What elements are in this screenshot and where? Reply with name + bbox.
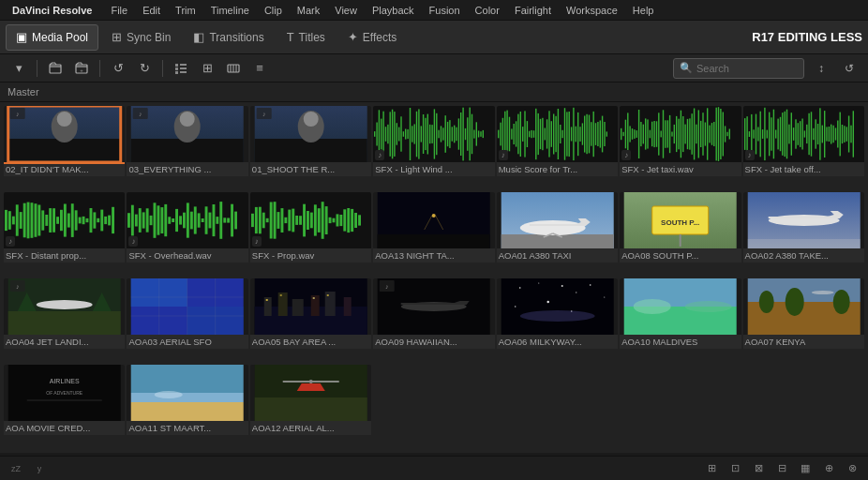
media-item[interactable]: ♪SFX - Light Wind ... xyxy=(373,106,494,190)
svg-rect-167 xyxy=(698,110,699,158)
svg-rect-3 xyxy=(175,64,178,67)
svg-rect-122 xyxy=(586,114,587,154)
svg-rect-311 xyxy=(322,202,324,239)
media-item[interactable]: AOA12 AERIAL AL... xyxy=(250,365,371,449)
titles-icon: T xyxy=(287,30,294,44)
view-grid-btn[interactable]: ⊞ xyxy=(196,58,218,79)
svg-rect-105 xyxy=(548,111,549,157)
menu-fairlight[interactable]: Fairlight xyxy=(508,3,558,18)
bottom-add[interactable]: ⊕ xyxy=(818,459,839,478)
menu-color[interactable]: Color xyxy=(469,3,506,18)
new-bin-btn[interactable]: + xyxy=(70,58,93,79)
media-item[interactable]: ♪SFX - Distant prop... xyxy=(4,192,125,277)
media-item[interactable]: AIRLINES OF ADVENTURE AOA MOVIE CRED... xyxy=(4,365,125,449)
svg-rect-226 xyxy=(841,125,842,143)
menu-file[interactable]: File xyxy=(104,3,134,18)
menu-view[interactable]: View xyxy=(328,3,364,18)
menu-timeline[interactable]: Timeline xyxy=(204,3,256,18)
bottom-grid-4[interactable]: ⊟ xyxy=(771,459,792,478)
bottom-zoom[interactable]: zZ xyxy=(6,459,26,478)
menu-fusion[interactable]: Fusion xyxy=(423,3,467,18)
menu-mark[interactable]: Mark xyxy=(291,3,326,18)
media-item[interactable]: AOA06 MILKYWAY... xyxy=(497,278,618,363)
media-item[interactable]: ♪ AOA09 HAWAIIAN... xyxy=(373,278,494,363)
svg-rect-43 xyxy=(398,128,399,142)
svg-rect-87 xyxy=(509,117,510,152)
media-item[interactable]: AOA07 KENYA xyxy=(743,278,864,363)
media-item[interactable]: AOA05 BAY AREA ... xyxy=(250,278,371,363)
bottom-grid-2[interactable]: ⊡ xyxy=(725,459,745,478)
svg-rect-90 xyxy=(516,121,516,146)
svg-rect-62 xyxy=(441,126,441,142)
svg-rect-155 xyxy=(671,132,672,137)
tab-effects[interactable]: ✦ Effects xyxy=(338,24,406,51)
svg-rect-212 xyxy=(810,112,811,156)
view-details-btn[interactable] xyxy=(170,58,192,79)
svg-rect-65 xyxy=(447,122,448,146)
svg-rect-94 xyxy=(524,111,525,157)
svg-rect-58 xyxy=(432,125,433,143)
media-item[interactable]: SOUTH P... AOA08 SOUTH P... xyxy=(620,192,741,277)
media-item[interactable]: ♪ AOA04 JET LANDI... xyxy=(4,278,125,363)
redo-btn[interactable]: ↻ xyxy=(133,58,156,79)
search-input[interactable] xyxy=(696,63,790,74)
svg-rect-113 xyxy=(566,112,567,156)
refresh-btn[interactable]: ↺ xyxy=(838,58,861,79)
svg-point-29 xyxy=(304,112,319,127)
svg-rect-270 xyxy=(157,205,160,234)
media-item[interactable]: AOA10 MALDIVES xyxy=(620,278,741,363)
menu-clip[interactable]: Clip xyxy=(258,3,289,18)
svg-rect-118 xyxy=(577,112,578,156)
dropdown-btn[interactable]: ▾ xyxy=(7,58,30,79)
svg-rect-116 xyxy=(573,108,574,160)
tab-titles[interactable]: T Titles xyxy=(277,24,335,51)
svg-rect-112 xyxy=(564,108,565,160)
bottom-grid-3[interactable]: ⊠ xyxy=(748,459,769,478)
bottom-y[interactable]: y xyxy=(29,459,50,478)
menu-playback[interactable]: Playback xyxy=(366,3,421,18)
menu-help[interactable]: Help xyxy=(626,3,661,18)
media-item[interactable]: AOA13 NIGHT TA... xyxy=(373,192,494,277)
media-item[interactable]: ♪SFX - Prop.wav xyxy=(250,192,371,277)
svg-rect-284 xyxy=(209,213,212,229)
svg-text:SOUTH P...: SOUTH P... xyxy=(661,218,699,227)
menu-trim[interactable]: Trim xyxy=(169,3,202,18)
media-item[interactable]: ♪SFX - Jet take off... xyxy=(743,106,864,190)
svg-rect-313 xyxy=(328,218,331,223)
view-list-btn[interactable]: ≡ xyxy=(248,58,271,79)
svg-rect-192 xyxy=(766,130,767,139)
tab-media-pool[interactable]: ▣ Media Pool xyxy=(6,24,98,51)
svg-point-23 xyxy=(180,112,195,127)
svg-rect-141 xyxy=(640,122,641,146)
bottom-grid-1[interactable]: ⊞ xyxy=(701,459,722,478)
app-brand[interactable]: DaVinci Resolve xyxy=(6,3,98,18)
media-item[interactable]: AOA03 AERIAL SFO xyxy=(127,278,247,363)
new-folder-btn[interactable] xyxy=(44,58,67,79)
tab-sync-bin[interactable]: ⊞ Sync Bin xyxy=(102,24,180,51)
media-item[interactable]: ♪SFX - Jet taxi.wav xyxy=(620,106,741,190)
media-item[interactable]: ♪ 03_EVERYTHING ... xyxy=(127,106,247,190)
svg-rect-164 xyxy=(692,113,693,155)
bottom-remove[interactable]: ⊗ xyxy=(842,459,862,478)
tab-effects-label: Effects xyxy=(363,31,397,44)
media-item[interactable]: ♪ 02_IT DIDN'T MAK... xyxy=(4,106,125,190)
svg-point-379 xyxy=(576,292,576,292)
menu-workspace[interactable]: Workspace xyxy=(560,3,624,18)
media-item[interactable]: AOA01 A380 TAXI xyxy=(497,192,618,277)
bottom-grid-5[interactable]: ▦ xyxy=(795,459,816,478)
svg-rect-144 xyxy=(647,119,648,148)
tab-transitions[interactable]: ◧ Transitions xyxy=(184,24,273,51)
menu-edit[interactable]: Edit xyxy=(136,3,167,18)
media-item[interactable]: AOA11 ST MAART... xyxy=(127,365,247,449)
undo-btn[interactable]: ↺ xyxy=(107,58,129,79)
svg-rect-282 xyxy=(202,218,204,222)
media-item[interactable]: ♪ 01_SHOOT THE R... xyxy=(250,106,371,190)
view-filmstrip-btn[interactable] xyxy=(222,58,245,79)
svg-rect-175 xyxy=(716,108,717,161)
media-item[interactable]: ♪Music Score for Tr... xyxy=(497,106,618,190)
sort-btn[interactable]: ↕ xyxy=(810,58,832,79)
media-item[interactable]: ♪SFX - Overhead.wav xyxy=(127,192,247,277)
svg-rect-33 xyxy=(377,123,378,146)
svg-rect-136 xyxy=(630,126,631,142)
media-item[interactable]: AOA02 A380 TAKE... xyxy=(743,192,864,277)
